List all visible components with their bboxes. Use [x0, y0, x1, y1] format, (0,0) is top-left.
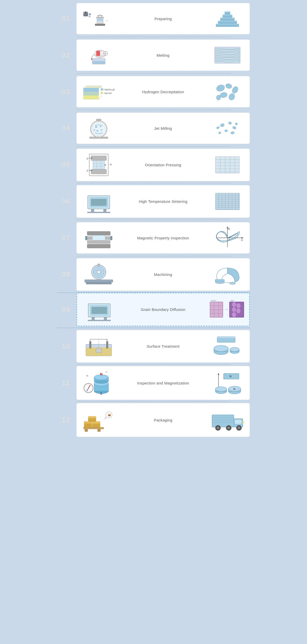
svg-rect-126 — [87, 240, 110, 243]
card-left-11: N S N ↑ N — [80, 370, 118, 396]
card-right-08 — [208, 263, 247, 286]
svg-point-72 — [216, 126, 220, 129]
svg-rect-74 — [91, 156, 106, 160]
process-row: 11 N S — [56, 366, 251, 400]
svg-rect-220 — [84, 421, 92, 424]
card-right-03 — [208, 81, 247, 103]
step-label-06: High Temperature Sintering — [118, 199, 208, 204]
step-number: 02 — [56, 51, 75, 59]
process-row-highlighted: 09 Grain Boundary Diffusion — [56, 293, 251, 326]
svg-point-61 — [94, 129, 95, 131]
svg-point-151 — [229, 282, 236, 285]
svg-text:→: → — [105, 18, 109, 23]
svg-rect-141 — [85, 280, 113, 282]
card-right-09: before → after — [208, 298, 246, 321]
svg-text:H: H — [110, 163, 112, 166]
step-number: 11 — [56, 379, 75, 387]
svg-text:-: - — [89, 338, 90, 341]
process-row: 02 — [56, 39, 251, 72]
svg-rect-0 — [95, 24, 105, 26]
svg-rect-62 — [96, 119, 101, 121]
step-label-07: Magnetic Property Inspection — [118, 236, 208, 240]
svg-rect-129 — [110, 236, 112, 240]
svg-point-59 — [97, 130, 98, 132]
svg-rect-14 — [216, 24, 239, 25]
card-left-07 — [80, 226, 118, 249]
svg-marker-133 — [242, 237, 244, 239]
card-left-12: ↗ 📦 — [80, 407, 118, 433]
svg-rect-149 — [215, 279, 224, 282]
card-10: - + Surface Treatment — [76, 330, 250, 362]
svg-rect-127 — [87, 244, 110, 248]
svg-rect-243 — [242, 421, 244, 423]
card-right-10 — [208, 334, 247, 358]
svg-text:B: B — [228, 228, 230, 230]
svg-rect-173 — [106, 341, 108, 348]
step-label-01: Preparing — [118, 17, 208, 21]
step-label-10: Surface Treatment — [118, 344, 208, 348]
svg-rect-154 — [92, 307, 107, 309]
svg-rect-230 — [212, 415, 234, 427]
svg-point-71 — [235, 122, 238, 125]
svg-rect-159 — [88, 320, 111, 321]
svg-text:N: N — [106, 371, 107, 373]
svg-point-58 — [100, 126, 101, 127]
svg-point-188 — [230, 347, 239, 352]
svg-rect-39 — [83, 92, 99, 96]
svg-text:N: N — [233, 388, 235, 391]
svg-text:N: N — [100, 372, 102, 376]
svg-rect-155 — [92, 309, 107, 311]
card-12: ↗ 📦 Packaging — [76, 403, 250, 437]
step-number: 07 — [56, 234, 75, 242]
card-09: Grain Boundary Diffusion before → — [76, 293, 250, 326]
svg-point-201 — [88, 388, 89, 389]
svg-point-65 — [220, 123, 225, 127]
svg-rect-146 — [97, 264, 100, 266]
step-label-11: Inspection and Magnetization — [118, 381, 208, 385]
svg-point-69 — [231, 131, 235, 134]
process-row: 05 P — [56, 148, 251, 181]
card-11: N S N ↑ N Inspection and Magnetization — [76, 366, 250, 400]
process-row: 01 → — [56, 2, 251, 35]
step-number: 06 — [56, 197, 75, 205]
card-06: High Temperature Sintering — [76, 185, 250, 218]
card-left-05: P P H — [80, 153, 118, 177]
step-label-02: Melting — [118, 53, 208, 57]
svg-rect-38 — [83, 88, 99, 92]
svg-text:N: N — [229, 375, 232, 378]
step-number: 04 — [56, 124, 75, 132]
svg-text:Nd₂Fe₁₄B: Nd₂Fe₁₄B — [104, 88, 115, 91]
svg-rect-16 — [218, 21, 237, 22]
card-08: Machining — [76, 258, 250, 291]
svg-point-51 — [216, 95, 221, 100]
card-left-08 — [80, 262, 118, 287]
svg-point-12 — [101, 15, 103, 17]
svg-point-70 — [218, 132, 221, 134]
svg-text:→: → — [224, 307, 228, 312]
process-row: 07 Magnetic Property Inspection — [56, 221, 251, 254]
svg-point-68 — [225, 130, 228, 132]
svg-text:Nd-rich: Nd-rich — [104, 92, 112, 95]
step-number: 03 — [56, 88, 75, 96]
svg-rect-64 — [89, 137, 108, 139]
card-left-03: Nd₂Fe₁₄B Nd-rich — [80, 80, 118, 103]
card-right-04 — [208, 118, 247, 139]
svg-rect-218 — [97, 429, 101, 432]
step-number: 05 — [56, 161, 75, 169]
svg-rect-108 — [215, 193, 239, 210]
card-03: Nd₂Fe₁₄B Nd-rich Hydrogen Decrepitation — [76, 76, 250, 107]
process-row: 03 Nd₂Fe₁₄B Nd-rich — [56, 75, 251, 108]
card-07: Magnetic Property Inspection H B 0 — [76, 222, 250, 253]
card-left-10: - + — [80, 334, 118, 358]
svg-point-185 — [214, 345, 228, 352]
svg-rect-89 — [215, 157, 239, 173]
process-row: 10 - + — [56, 330, 251, 363]
svg-rect-172 — [89, 341, 91, 348]
step-label-09: Grain Boundary Diffusion — [118, 307, 208, 312]
svg-rect-30 — [96, 51, 100, 56]
svg-rect-217 — [85, 429, 88, 432]
svg-point-234 — [217, 427, 219, 429]
svg-rect-103 — [91, 201, 106, 203]
svg-rect-45 — [86, 86, 101, 88]
step-label-03: Hydrogen Decrepitation — [118, 90, 208, 94]
